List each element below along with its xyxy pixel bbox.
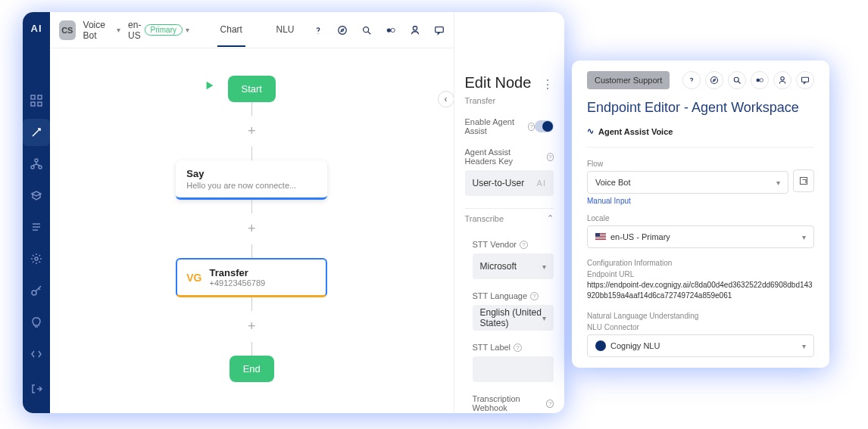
svg-point-5: [31, 166, 34, 169]
connector: [251, 297, 252, 311]
user-icon[interactable]: [773, 71, 792, 89]
transcribe-label: Transcribe: [465, 214, 504, 223]
svg-rect-20: [802, 77, 809, 82]
node-transfer-title: Transfer: [209, 267, 265, 278]
help-icon[interactable]: [682, 71, 701, 89]
nlu-section-label: Natural Language Understanding: [587, 312, 814, 320]
stt-vendor-value: Microsoft: [480, 261, 517, 272]
help-icon[interactable]: ?: [528, 123, 535, 131]
node-start[interactable]: Start: [228, 76, 276, 102]
sidebar-list-icon[interactable]: [23, 214, 50, 241]
sidebar-logout-icon[interactable]: [23, 375, 50, 403]
chat-icon[interactable]: [434, 25, 445, 36]
compass-icon[interactable]: [337, 25, 348, 36]
help-icon[interactable]: ?: [530, 292, 539, 300]
svg-point-4: [35, 159, 38, 162]
toggle-icon[interactable]: [751, 71, 769, 89]
sidebar-key-icon[interactable]: [23, 277, 50, 304]
headers-key-label: Agent Assist Headers Key: [465, 148, 544, 166]
compass-icon[interactable]: [705, 71, 723, 89]
headers-key-input[interactable]: User-to-User AI: [465, 170, 554, 196]
stt-language-select[interactable]: English (United States) ▾: [473, 305, 554, 331]
endpoint-url-value: https://endpoint-dev.cognigy.ai/c8da00d4…: [587, 280, 814, 301]
node-end[interactable]: End: [229, 356, 274, 382]
cognigy-logo-icon: [595, 340, 606, 351]
svg-point-18: [760, 79, 763, 82]
chevron-down-icon: ▾: [117, 26, 120, 34]
search-icon[interactable]: [361, 25, 372, 36]
tab-chart[interactable]: Chart: [217, 14, 245, 47]
chevron-down-icon: ▾: [776, 179, 780, 187]
manual-input-link[interactable]: Manual Input: [587, 197, 814, 205]
svg-rect-3: [38, 102, 42, 106]
add-node-button[interactable]: +: [248, 123, 256, 139]
edit-panel: Edit Node ⋮ Transfer Enable Agent Assist…: [454, 12, 564, 413]
user-icon[interactable]: [410, 25, 420, 36]
nlu-connector-value: Cognigy NLU: [610, 341, 660, 350]
endpoint-editor-card: Customer Support Endpoint Editor - Agent…: [572, 61, 829, 368]
enable-agent-assist-label: Enable Agent Assist: [465, 117, 525, 135]
workspace-avatar[interactable]: CS: [59, 20, 76, 40]
search-icon[interactable]: [728, 71, 746, 89]
add-node-button[interactable]: +: [248, 221, 256, 237]
help-icon[interactable]: ?: [546, 399, 554, 408]
node-transfer[interactable]: VG Transfer +49123456789: [176, 258, 327, 297]
nlu-connector-select[interactable]: Cognigy NLU ▾: [587, 334, 814, 357]
chevron-down-icon: ▾: [802, 342, 806, 350]
node-say-title: Say: [186, 168, 317, 179]
collapse-panel-button[interactable]: ‹: [438, 91, 454, 107]
sidebar-learn-icon[interactable]: [23, 182, 50, 210]
add-node-button[interactable]: +: [248, 319, 256, 334]
sidebar-bulb-icon[interactable]: [23, 309, 50, 336]
help-icon[interactable]: [313, 25, 323, 36]
sidebar-tree-icon[interactable]: [23, 151, 50, 178]
chevron-up-icon: ⌃: [547, 213, 554, 223]
vg-badge: VG: [186, 272, 201, 284]
svg-point-9: [338, 26, 346, 34]
assist-label: Agent Assist Voice: [598, 127, 673, 136]
node-say[interactable]: Say Hello you are now connecte...: [176, 160, 327, 200]
top-bar: CS Voice Bot ▾ en-US Primary ▾ Chart NLU: [50, 12, 454, 48]
help-icon[interactable]: ?: [514, 344, 522, 352]
help-icon[interactable]: ?: [547, 153, 554, 161]
stt-vendor-select[interactable]: Microsoft ▾: [473, 253, 554, 279]
chat-icon[interactable]: [796, 71, 814, 89]
flow-name: Voice Bot: [83, 20, 114, 41]
flow-canvas[interactable]: Start + Say Hello you are now connecte..…: [50, 48, 454, 413]
help-icon[interactable]: ?: [520, 241, 528, 249]
stt-label-input[interactable]: [473, 356, 554, 382]
chevron-down-icon: ▾: [542, 263, 546, 271]
stt-language-label: STT Language: [473, 291, 528, 300]
stt-vendor-label: STT Vendor: [473, 240, 517, 249]
locale-selector[interactable]: en-US Primary ▾: [128, 20, 189, 41]
flow-select[interactable]: Voice Bot ▾: [587, 171, 788, 194]
workspace-pill[interactable]: Customer Support: [587, 71, 670, 89]
flow-select-value: Voice Bot: [595, 178, 630, 187]
sidebar-settings-icon[interactable]: [23, 245, 50, 272]
locale-select[interactable]: en-US - Primary ▾: [587, 225, 814, 248]
play-icon[interactable]: [205, 80, 215, 94]
tab-nlu[interactable]: NLU: [273, 14, 298, 47]
open-flow-button[interactable]: [793, 169, 814, 192]
headers-key-value: User-to-User: [473, 178, 525, 188]
kebab-menu-icon[interactable]: ⋮: [542, 77, 554, 92]
ai-suffix-icon: AI: [537, 179, 546, 188]
svg-rect-0: [31, 95, 35, 99]
sidebar-build-icon[interactable]: [23, 119, 50, 146]
svg-point-15: [711, 77, 718, 84]
sidebar-code-icon[interactable]: [23, 340, 50, 368]
transcribe-section-toggle[interactable]: Transcribe ⌃: [465, 208, 554, 228]
sidebar-dashboard-icon[interactable]: [23, 87, 50, 114]
toggle-icon[interactable]: [386, 25, 396, 36]
svg-point-6: [39, 166, 42, 169]
config-info-label: Configuration Information: [587, 259, 814, 267]
svg-point-11: [386, 28, 390, 32]
flow-selector[interactable]: Voice Bot ▾: [83, 20, 121, 41]
connector: [251, 147, 252, 160]
edit-panel-title: Edit Node: [465, 74, 554, 92]
main-window: AI: [23, 12, 564, 413]
stt-language-value: English (United States): [480, 307, 542, 328]
enable-agent-assist-toggle[interactable]: [535, 120, 554, 132]
connector: [251, 342, 252, 356]
nlu-connector-label: NLU Connector: [587, 323, 814, 331]
